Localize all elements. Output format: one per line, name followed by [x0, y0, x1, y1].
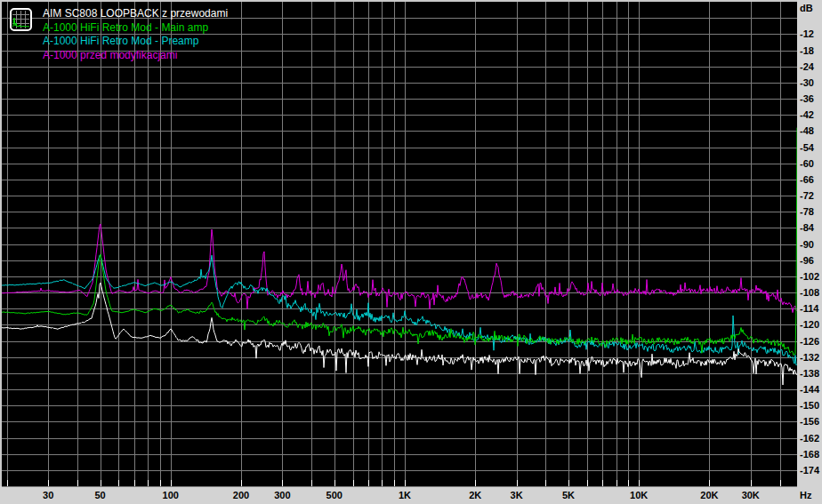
- x-axis-unit-label: Hz: [800, 490, 811, 500]
- y-tick-label: -126: [800, 335, 822, 348]
- y-tick-label: -144: [800, 383, 822, 396]
- y-tick-label: -138: [800, 367, 822, 380]
- y-tick-label: -90: [800, 238, 822, 251]
- trace-preamp: [2, 255, 797, 365]
- y-tick-label: -12: [800, 28, 822, 40]
- legend-label-preamp: A-1000 HiFi Retro Mod - Preamp: [43, 35, 198, 47]
- y-tick-label: -18: [800, 44, 822, 57]
- x-tick-label: 2K: [454, 490, 496, 500]
- legend-label-przed: A-1000 przed modyfikacjami: [43, 49, 177, 61]
- x-tick-label: 200: [220, 490, 262, 500]
- legend-item-main-amp: A-1000 HiFi Retro Mod - Main amp: [43, 21, 228, 36]
- legend: AIM SC808 LOOPBACK z przewodami A-1000 H…: [43, 7, 228, 62]
- legend-item-przed: A-1000 przed modyfikacjami: [43, 49, 228, 63]
- x-tick-label: 1K: [383, 490, 426, 500]
- y-tick-label: -54: [800, 141, 822, 154]
- y-tick-label: -72: [800, 189, 822, 202]
- mini-spectrum-icon[interactable]: [10, 8, 32, 31]
- x-tick-label: 10K: [617, 490, 660, 500]
- y-tick-label: -168: [800, 448, 822, 460]
- y-tick-label: -162: [800, 432, 822, 444]
- y-tick-label: -120: [800, 318, 822, 331]
- x-tick-label: 50: [79, 490, 122, 500]
- x-tick-label: 30: [27, 490, 69, 500]
- y-tick-label: -102: [800, 270, 822, 283]
- spectrum-plot-canvas: [0, 0, 822, 504]
- x-tick-label: 20K: [688, 490, 730, 500]
- legend-label-loopback: AIM SC808 LOOPBACK z przewodami: [43, 7, 228, 20]
- y-tick-label: -60: [800, 157, 822, 170]
- legend-item-preamp: A-1000 HiFi Retro Mod - Preamp: [43, 35, 228, 49]
- x-tick-label: 5K: [547, 490, 590, 500]
- trace-przed-modyfikacjami: [2, 224, 797, 313]
- y-tick-label: -114: [800, 302, 822, 315]
- legend-item-loopback: AIM SC808 LOOPBACK z przewodami: [43, 7, 228, 21]
- spectrum-analyzer-window: AIM SC808 LOOPBACK z przewodami A-1000 H…: [0, 0, 822, 504]
- y-tick-label: -42: [800, 108, 822, 121]
- y-tick-label: -24: [800, 60, 822, 73]
- y-tick-label: -36: [800, 92, 822, 105]
- y-tick-label: -78: [800, 205, 822, 218]
- y-tick-label: -66: [800, 173, 822, 186]
- legend-label-main-amp: A-1000 HiFi Retro Mod - Main amp: [43, 21, 208, 34]
- y-tick-label: -174: [800, 464, 822, 476]
- y-tick-label: -84: [800, 221, 822, 234]
- y-tick-label: -132: [800, 351, 822, 364]
- x-tick-label: 300: [261, 490, 303, 500]
- x-tick-label: 500: [313, 490, 356, 500]
- y-tick-label: -30: [800, 76, 822, 89]
- y-axis-unit-label: dB: [800, 3, 813, 13]
- y-tick-label: -96: [800, 254, 822, 267]
- y-tick-label: -156: [800, 415, 822, 428]
- y-tick-label: -108: [800, 286, 822, 299]
- x-tick-label: 100: [149, 490, 192, 500]
- x-tick-label: 30K: [729, 490, 772, 500]
- y-tick-label: -48: [800, 124, 822, 137]
- x-tick-label: 3K: [496, 490, 538, 500]
- y-tick-label: -150: [800, 399, 822, 412]
